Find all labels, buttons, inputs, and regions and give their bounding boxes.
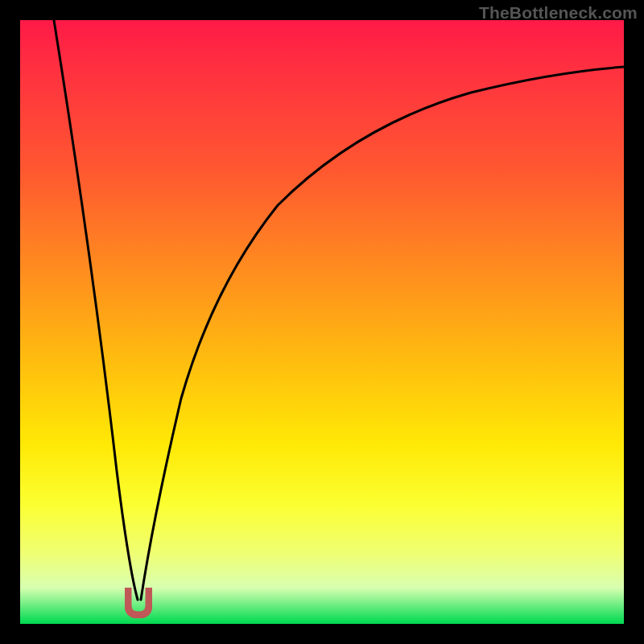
curve-right-branch	[141, 67, 624, 600]
chart-frame: TheBottleneck.com	[0, 0, 644, 644]
curve-left-branch	[54, 20, 138, 600]
u-shape-icon	[128, 588, 149, 615]
min-marker	[125, 588, 152, 618]
bottleneck-curve	[20, 20, 624, 624]
gradient-plot-area	[20, 20, 624, 624]
attribution-label: TheBottleneck.com	[479, 3, 638, 23]
